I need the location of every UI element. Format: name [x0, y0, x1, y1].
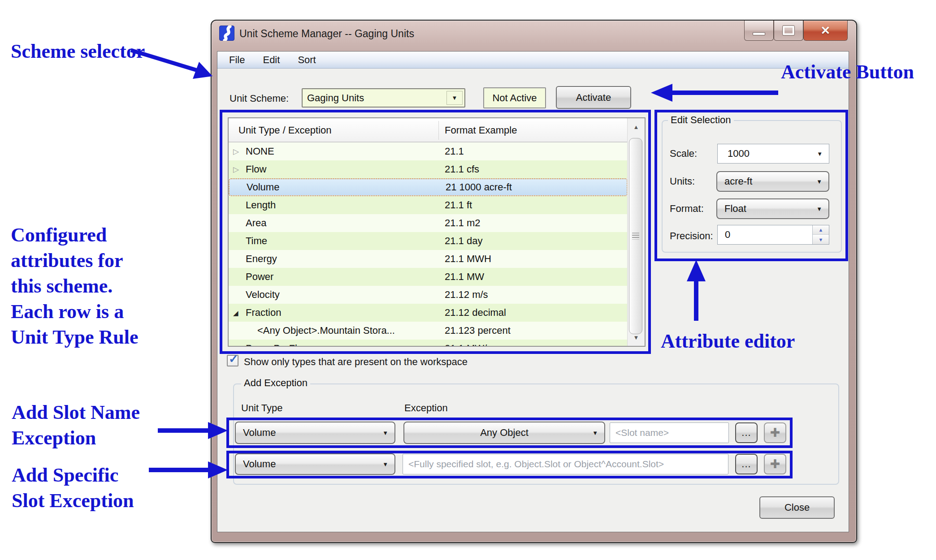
annotation-rect-slot-name-exception [226, 418, 793, 448]
menu-sort[interactable]: Sort [297, 53, 316, 67]
unit-scheme-combobox[interactable]: Gaging Units ▼ [302, 88, 465, 108]
menu-edit[interactable]: Edit [262, 53, 281, 67]
menu-file[interactable]: File [228, 53, 246, 67]
riverware-logo-icon [219, 26, 234, 41]
annotation-activate-button: Activate Button [781, 59, 914, 85]
riverware-app-icon[interactable] [219, 26, 234, 41]
close-button[interactable]: Close [759, 496, 835, 519]
screenshot-canvas: Unit Scheme Manager -- Gaging Units ✕ Fi… [0, 0, 936, 560]
checkmark-icon: ✓ [229, 353, 238, 365]
annotation-scheme-selector: Scheme selector [11, 39, 145, 64]
menu-bar: File Edit Sort [217, 52, 849, 69]
annotation-attribute-editor: Attribute editor [661, 328, 795, 354]
exception-column-label: Exception [404, 402, 448, 414]
window-title: Unit Scheme Manager -- Gaging Units [239, 28, 414, 40]
unit-scheme-value: Gaging Units [303, 92, 364, 104]
activate-button[interactable]: Activate [556, 86, 631, 109]
chevron-down-icon: ▼ [452, 95, 458, 101]
minimize-button[interactable] [744, 21, 774, 41]
maximize-icon [783, 26, 794, 35]
annotation-configured-attributes: Configured attributes for this scheme. E… [11, 222, 138, 350]
workspace-filter-label: Show only types that are present on the … [244, 356, 468, 368]
unit-scheme-dropdown-button[interactable]: ▼ [446, 91, 463, 105]
close-icon: ✕ [804, 21, 847, 40]
active-status-badge: Not Active [483, 87, 546, 108]
close-window-button[interactable]: ✕ [803, 21, 848, 41]
unit-scheme-label: Unit Scheme: [230, 93, 289, 104]
maximize-button[interactable] [774, 21, 803, 41]
minimize-icon [753, 32, 765, 35]
annotation-rect-attribute-editor [654, 110, 848, 261]
workspace-filter-checkbox[interactable]: ✓ [227, 355, 238, 366]
annotation-add-slot-name: Add Slot Name Exception [12, 400, 140, 451]
add-exception-title: Add Exception [241, 377, 310, 389]
unit-type-column-label: Unit Type [241, 402, 283, 414]
annotation-add-specific-slot: Add Specific Slot Exception [12, 462, 134, 513]
annotation-rect-specific-slot-exception [226, 451, 793, 478]
annotation-rect-table [220, 110, 651, 354]
